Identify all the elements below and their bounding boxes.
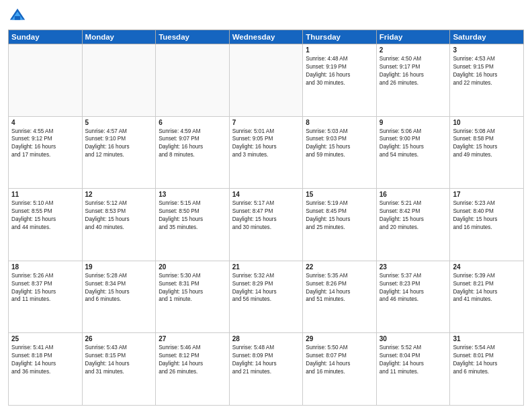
logo — [8, 7, 30, 26]
page: SundayMondayTuesdayWednesdayThursdayFrid… — [0, 0, 532, 411]
calendar-cell: 23Sunrise: 5:37 AM Sunset: 8:23 PM Dayli… — [376, 261, 450, 333]
day-number: 21 — [232, 263, 300, 271]
weekday-header-wednesday: Wednesday — [229, 30, 303, 44]
calendar-cell: 3Sunrise: 4:53 AM Sunset: 9:15 PM Daylig… — [450, 44, 524, 117]
day-number: 9 — [380, 119, 447, 126]
calendar-cell: 11Sunrise: 5:10 AM Sunset: 8:55 PM Dayli… — [9, 189, 83, 261]
day-number: 3 — [453, 46, 521, 54]
day-info: Sunrise: 5:12 AM Sunset: 8:53 PM Dayligh… — [85, 199, 153, 232]
day-info: Sunrise: 5:50 AM Sunset: 8:07 PM Dayligh… — [306, 344, 373, 376]
calendar-cell: 14Sunrise: 5:17 AM Sunset: 8:47 PM Dayli… — [229, 189, 303, 261]
day-number: 10 — [453, 119, 521, 126]
calendar-cell: 22Sunrise: 5:35 AM Sunset: 8:26 PM Dayli… — [303, 261, 377, 333]
calendar-cell: 4Sunrise: 4:55 AM Sunset: 9:12 PM Daylig… — [9, 116, 83, 189]
day-info: Sunrise: 4:50 AM Sunset: 9:17 PM Dayligh… — [380, 55, 447, 87]
week-row-0: 1Sunrise: 4:48 AM Sunset: 9:19 PM Daylig… — [9, 44, 524, 117]
calendar-cell: 21Sunrise: 5:32 AM Sunset: 8:29 PM Dayli… — [229, 261, 303, 333]
calendar-cell: 29Sunrise: 5:50 AM Sunset: 8:07 PM Dayli… — [303, 333, 377, 406]
calendar-cell: 8Sunrise: 5:03 AM Sunset: 9:03 PM Daylig… — [303, 116, 377, 189]
day-info: Sunrise: 5:43 AM Sunset: 8:15 PM Dayligh… — [85, 344, 153, 376]
day-info: Sunrise: 5:23 AM Sunset: 8:40 PM Dayligh… — [453, 199, 521, 232]
calendar-cell: 20Sunrise: 5:30 AM Sunset: 8:31 PM Dayli… — [156, 261, 230, 333]
day-number: 20 — [159, 263, 226, 271]
calendar-cell — [229, 44, 303, 117]
calendar-cell: 16Sunrise: 5:21 AM Sunset: 8:42 PM Dayli… — [376, 189, 450, 261]
calendar-cell: 26Sunrise: 5:43 AM Sunset: 8:15 PM Dayli… — [82, 333, 156, 406]
day-info: Sunrise: 5:10 AM Sunset: 8:55 PM Dayligh… — [11, 199, 79, 232]
day-number: 22 — [306, 263, 373, 271]
day-info: Sunrise: 5:39 AM Sunset: 8:21 PM Dayligh… — [453, 272, 521, 304]
header — [8, 7, 524, 26]
day-number: 24 — [453, 263, 521, 271]
day-info: Sunrise: 5:03 AM Sunset: 9:03 PM Dayligh… — [306, 128, 373, 160]
day-info: Sunrise: 5:52 AM Sunset: 8:04 PM Dayligh… — [380, 344, 447, 376]
weekday-header-thursday: Thursday — [303, 30, 377, 44]
calendar-cell: 2Sunrise: 4:50 AM Sunset: 9:17 PM Daylig… — [376, 44, 450, 117]
day-info: Sunrise: 5:08 AM Sunset: 8:58 PM Dayligh… — [453, 128, 521, 160]
calendar-cell: 9Sunrise: 5:06 AM Sunset: 9:00 PM Daylig… — [376, 116, 450, 189]
day-number: 18 — [11, 263, 79, 271]
day-number: 26 — [85, 335, 153, 342]
calendar-cell — [156, 44, 230, 117]
day-number: 1 — [306, 46, 373, 54]
weekday-header-monday: Monday — [82, 30, 156, 44]
day-number: 29 — [306, 335, 373, 342]
day-number: 11 — [11, 191, 79, 198]
day-number: 13 — [159, 191, 226, 198]
day-number: 5 — [85, 119, 153, 126]
calendar-cell: 10Sunrise: 5:08 AM Sunset: 8:58 PM Dayli… — [450, 116, 524, 189]
weekday-header-sunday: Sunday — [9, 30, 83, 44]
day-number: 8 — [306, 119, 373, 126]
day-number: 28 — [232, 335, 300, 342]
day-number: 19 — [85, 263, 153, 271]
weekday-header-friday: Friday — [376, 30, 450, 44]
calendar-cell: 24Sunrise: 5:39 AM Sunset: 8:21 PM Dayli… — [450, 261, 524, 333]
week-row-2: 11Sunrise: 5:10 AM Sunset: 8:55 PM Dayli… — [9, 189, 524, 261]
day-number: 30 — [380, 335, 447, 342]
day-number: 25 — [11, 335, 79, 342]
week-row-3: 18Sunrise: 5:26 AM Sunset: 8:37 PM Dayli… — [9, 261, 524, 333]
day-info: Sunrise: 5:32 AM Sunset: 8:29 PM Dayligh… — [232, 272, 300, 304]
day-info: Sunrise: 5:30 AM Sunset: 8:31 PM Dayligh… — [159, 272, 226, 304]
day-info: Sunrise: 5:41 AM Sunset: 8:18 PM Dayligh… — [11, 344, 79, 376]
weekday-header-saturday: Saturday — [450, 30, 524, 44]
day-info: Sunrise: 5:54 AM Sunset: 8:01 PM Dayligh… — [453, 344, 521, 376]
day-info: Sunrise: 4:55 AM Sunset: 9:12 PM Dayligh… — [11, 128, 79, 160]
day-info: Sunrise: 5:06 AM Sunset: 9:00 PM Dayligh… — [380, 128, 447, 160]
day-info: Sunrise: 5:01 AM Sunset: 9:05 PM Dayligh… — [232, 128, 300, 160]
calendar-cell: 19Sunrise: 5:28 AM Sunset: 8:34 PM Dayli… — [82, 261, 156, 333]
day-info: Sunrise: 4:53 AM Sunset: 9:15 PM Dayligh… — [453, 55, 521, 87]
calendar-cell: 17Sunrise: 5:23 AM Sunset: 8:40 PM Dayli… — [450, 189, 524, 261]
day-number: 27 — [159, 335, 226, 342]
day-number: 23 — [380, 263, 447, 271]
calendar-cell: 7Sunrise: 5:01 AM Sunset: 9:05 PM Daylig… — [229, 116, 303, 189]
calendar-cell: 6Sunrise: 4:59 AM Sunset: 9:07 PM Daylig… — [156, 116, 230, 189]
calendar-cell: 12Sunrise: 5:12 AM Sunset: 8:53 PM Dayli… — [82, 189, 156, 261]
day-info: Sunrise: 5:15 AM Sunset: 8:50 PM Dayligh… — [159, 199, 226, 232]
day-number: 12 — [85, 191, 153, 198]
day-number: 14 — [232, 191, 300, 198]
day-info: Sunrise: 5:35 AM Sunset: 8:26 PM Dayligh… — [306, 272, 373, 304]
day-info: Sunrise: 4:57 AM Sunset: 9:10 PM Dayligh… — [85, 128, 153, 160]
day-number: 17 — [453, 191, 521, 198]
day-number: 2 — [380, 46, 447, 54]
day-number: 4 — [11, 119, 79, 126]
day-info: Sunrise: 5:46 AM Sunset: 8:12 PM Dayligh… — [159, 344, 226, 376]
day-info: Sunrise: 4:48 AM Sunset: 9:19 PM Dayligh… — [306, 55, 373, 87]
calendar-cell: 28Sunrise: 5:48 AM Sunset: 8:09 PM Dayli… — [229, 333, 303, 406]
logo-icon — [8, 7, 27, 26]
calendar-cell: 13Sunrise: 5:15 AM Sunset: 8:50 PM Dayli… — [156, 189, 230, 261]
day-info: Sunrise: 5:37 AM Sunset: 8:23 PM Dayligh… — [380, 272, 447, 304]
day-info: Sunrise: 5:17 AM Sunset: 8:47 PM Dayligh… — [232, 199, 300, 232]
day-info: Sunrise: 5:26 AM Sunset: 8:37 PM Dayligh… — [11, 272, 79, 304]
calendar-cell: 25Sunrise: 5:41 AM Sunset: 8:18 PM Dayli… — [9, 333, 83, 406]
day-info: Sunrise: 5:48 AM Sunset: 8:09 PM Dayligh… — [232, 344, 300, 376]
calendar-cell: 30Sunrise: 5:52 AM Sunset: 8:04 PM Dayli… — [376, 333, 450, 406]
week-row-4: 25Sunrise: 5:41 AM Sunset: 8:18 PM Dayli… — [9, 333, 524, 406]
calendar-cell — [82, 44, 156, 117]
week-row-1: 4Sunrise: 4:55 AM Sunset: 9:12 PM Daylig… — [9, 116, 524, 189]
calendar-cell: 1Sunrise: 4:48 AM Sunset: 9:19 PM Daylig… — [303, 44, 377, 117]
day-info: Sunrise: 5:19 AM Sunset: 8:45 PM Dayligh… — [306, 199, 373, 232]
day-info: Sunrise: 4:59 AM Sunset: 9:07 PM Dayligh… — [159, 128, 226, 160]
svg-rect-2 — [15, 16, 20, 20]
